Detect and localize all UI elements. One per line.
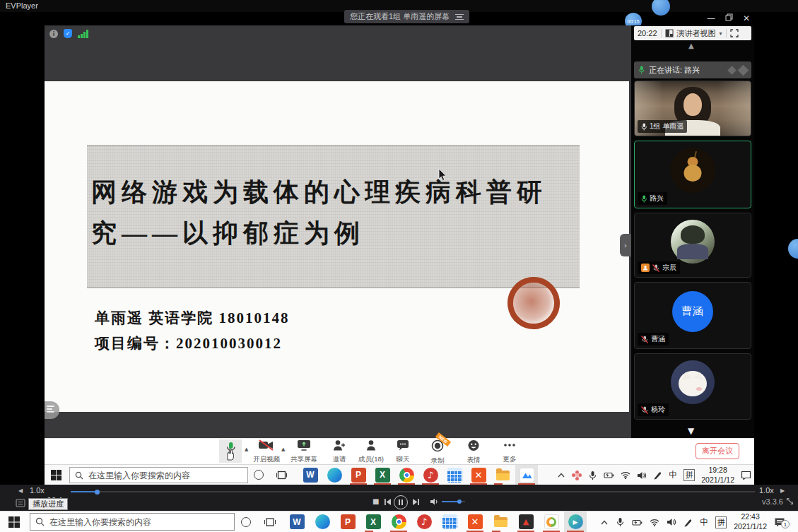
taskbar-app-word[interactable] <box>286 512 308 532</box>
mic-options-caret-icon[interactable]: ▲ <box>245 447 248 452</box>
volume-icon[interactable] <box>430 497 439 506</box>
tray-battery-icon[interactable] <box>631 519 642 526</box>
share-screen-button[interactable]: 共享屏幕 <box>288 439 320 464</box>
tray-pen-icon[interactable] <box>653 471 662 480</box>
view-mode-selector[interactable]: 演讲者视图 <box>677 28 716 39</box>
previous-button[interactable] <box>384 498 392 506</box>
taskbar-app-acrobat[interactable] <box>515 512 537 532</box>
tray-mic-icon[interactable] <box>616 517 624 527</box>
tray-expand-icon[interactable] <box>600 519 609 526</box>
tray-volume-icon[interactable] <box>667 518 676 526</box>
view-mode-caret-icon[interactable]: ▾ <box>720 30 722 37</box>
participant-tile-shanyuyao[interactable]: 1组 单雨遥 <box>634 81 751 136</box>
participant-tile-zongchen[interactable]: 宗辰 <box>634 213 751 278</box>
invite-button[interactable]: 邀请 <box>323 439 356 464</box>
taskbar-app-word[interactable] <box>299 465 322 485</box>
ime-language-indicator[interactable]: 中 <box>700 516 708 528</box>
leave-meeting-button[interactable]: 离开会议 <box>696 443 739 459</box>
window-controls: — ✕ <box>705 13 752 23</box>
seek-bar[interactable] <box>71 491 755 492</box>
scroll-down-icon[interactable]: ▼ <box>688 426 694 436</box>
seek-handle[interactable] <box>95 490 100 495</box>
tray-volume-icon[interactable] <box>637 471 647 480</box>
taskbar-app-ev-player[interactable] <box>564 512 587 532</box>
outer-clock[interactable]: 22:432021/1/12 <box>734 512 767 531</box>
taskbar-app-x[interactable] <box>467 465 490 485</box>
tray-wifi-icon[interactable] <box>650 519 659 526</box>
inner-clock[interactable]: 19:282021/1/12 <box>701 466 734 485</box>
cortana-icon[interactable] <box>241 517 251 527</box>
tray-pen-icon[interactable] <box>683 518 693 527</box>
taskbar-app-excel[interactable] <box>362 512 385 532</box>
cortana-icon[interactable] <box>254 470 264 480</box>
taskbar-app-file-explorer[interactable] <box>489 512 512 532</box>
taskbar-app-file-explorer[interactable] <box>491 465 514 485</box>
play-pause-button[interactable] <box>394 495 408 509</box>
tray-flower-icon[interactable] <box>572 471 582 480</box>
taskbar-app-calendar[interactable] <box>443 465 466 485</box>
task-view-icon[interactable] <box>264 516 276 528</box>
taskbar-app-calendar[interactable] <box>438 512 461 532</box>
tray-expand-icon[interactable] <box>557 472 565 478</box>
ime-language-indicator[interactable]: 中 <box>669 469 677 481</box>
speed-value-right: 1.0x <box>759 486 774 495</box>
restore-button[interactable] <box>723 13 734 23</box>
taskbar-app-chrome[interactable] <box>387 512 410 532</box>
taskbar-app-netease-music[interactable] <box>419 465 442 485</box>
taskbar-app-excel[interactable] <box>371 465 394 485</box>
volume-handle[interactable] <box>457 500 462 504</box>
banner-menu-icon[interactable] <box>455 14 464 20</box>
start-button-icon[interactable] <box>8 516 20 528</box>
playlist-icon[interactable] <box>16 499 25 507</box>
stop-button[interactable]: ■ <box>372 497 379 505</box>
start-button-icon[interactable] <box>51 470 61 480</box>
taskbar-app-powerpoint[interactable] <box>336 512 359 532</box>
video-options-caret-icon[interactable]: ▲ <box>281 447 285 452</box>
app-title: EVPlayer <box>6 1 38 10</box>
taskbar-app-edge[interactable] <box>311 512 334 532</box>
notification-center-icon[interactable]: 1 <box>774 517 785 527</box>
tray-wifi-icon[interactable] <box>621 471 630 479</box>
participant-tile-luxing[interactable]: 路兴 <box>634 141 751 208</box>
security-shield-icon[interactable]: ✓ <box>64 29 72 38</box>
taskbar-app-netease-music[interactable] <box>413 512 435 532</box>
scroll-up-icon[interactable]: ▲ <box>688 42 694 49</box>
sidebar-collapse-handle[interactable]: › <box>620 234 631 256</box>
tray-mic-icon[interactable] <box>588 471 597 480</box>
emoji-button[interactable]: 表情 <box>457 439 490 465</box>
fullscreen-icon[interactable] <box>730 29 739 37</box>
start-video-button[interactable]: 开启视频 <box>250 439 283 464</box>
inner-search-box[interactable] <box>69 467 248 483</box>
participant-tile-caohan[interactable]: 曹涵 曹涵 <box>634 282 751 349</box>
resize-icon[interactable] <box>786 497 794 505</box>
taskbar-app-powerpoint[interactable] <box>347 465 370 485</box>
speed-down-icon[interactable]: ◀ <box>18 487 23 494</box>
taskbar-app-chrome[interactable] <box>395 465 418 485</box>
meeting-info-icon[interactable]: i <box>49 30 58 38</box>
speaking-banner: 正在讲话: 路兴 <box>634 61 751 78</box>
minimize-button[interactable]: — <box>705 13 717 23</box>
outer-search-input[interactable] <box>49 517 229 527</box>
record-button[interactable]: NEW 录制 <box>421 439 454 466</box>
taskbar-app-tencent-meeting[interactable] <box>515 465 538 485</box>
participant-tile-yangling[interactable]: 杨玲 <box>634 353 751 420</box>
more-button[interactable]: 更多 <box>493 439 526 464</box>
inner-search-input[interactable] <box>88 471 242 480</box>
network-signal-icon[interactable] <box>78 30 89 38</box>
task-view-icon[interactable] <box>276 470 287 480</box>
word-icon <box>290 514 305 529</box>
close-button[interactable]: ✕ <box>741 13 752 23</box>
taskbar-app-edge[interactable] <box>323 465 346 485</box>
ime-mode-indicator[interactable]: 拼 <box>715 516 727 528</box>
speed-up-icon[interactable]: ▶ <box>780 487 785 494</box>
next-button[interactable] <box>412 498 420 506</box>
chat-button[interactable]: 聊天 <box>387 439 419 464</box>
notification-center-icon[interactable] <box>741 471 751 480</box>
excel-icon <box>375 468 390 483</box>
taskbar-app-x[interactable] <box>464 512 486 532</box>
members-button[interactable]: 成员(18) <box>355 439 387 464</box>
ime-mode-indicator[interactable]: 拼 <box>683 469 695 481</box>
taskbar-app-ev-capture[interactable] <box>540 512 563 532</box>
outer-search-box[interactable] <box>30 513 235 531</box>
tray-battery-icon[interactable] <box>603 471 614 479</box>
